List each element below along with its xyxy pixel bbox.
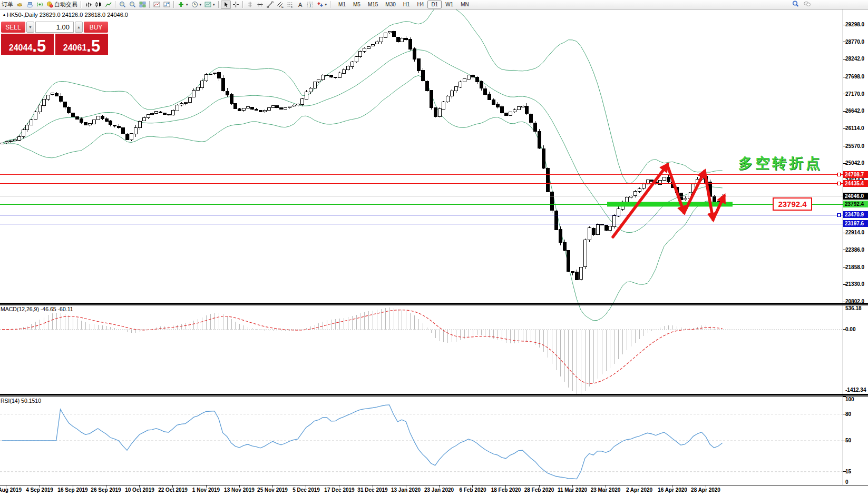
autotrading-button[interactable]: 自动交易 — [45, 1, 79, 9]
line-chart-button[interactable] — [103, 1, 113, 9]
price-badge: 23792.4 — [843, 201, 868, 207]
autotrading-button-label: 自动交易 — [54, 1, 77, 8]
price-tick-label: 22914.0 — [845, 230, 868, 235]
macd-tick-label: 536.18 — [845, 305, 868, 311]
period-icon — [191, 1, 198, 8]
date-tick-label: 28 Apr 2020 — [691, 487, 720, 493]
toolbar: 订单自动交易▾▾▾EFAT▾ M1M5M15M30H1H4D1W1MN — [0, 0, 868, 9]
turning-point-annotation[interactable]: 多空转折点 — [738, 154, 823, 173]
crosshair-button[interactable] — [231, 1, 241, 9]
indicators-list-button[interactable] — [152, 1, 162, 9]
tile-windows-icon — [139, 1, 146, 8]
zoom-in-icon — [119, 1, 126, 8]
date-tick-label: 23 Aug 2019 — [0, 487, 22, 493]
rsi-line — [2, 405, 723, 479]
date-tick-label: 1 Nov 2019 — [192, 487, 220, 493]
price-tick-label: 27698.0 — [845, 74, 868, 80]
chart-title-text: HK50-,Daily 23629.0 24126.0 23618.0 2404… — [7, 12, 128, 18]
date-tick-label: 22 Oct 2019 — [158, 487, 188, 493]
date-tick-label: 4 Sep 2019 — [26, 487, 53, 493]
date-tick-label: 17 Dec 2019 — [324, 487, 354, 493]
buy-price-frac: .5 — [86, 39, 100, 54]
timeframe-h4-button[interactable]: H4 — [414, 1, 428, 8]
date-tick-label: 10 Oct 2019 — [125, 487, 154, 493]
timeframe-m1-button[interactable]: M1 — [335, 1, 349, 8]
rsi-tick-label: 100 — [845, 396, 868, 402]
date-tick-label: 16 Sep 2019 — [57, 487, 87, 493]
channel-button[interactable]: E — [275, 1, 285, 9]
one-click-trade-panel: SELL ▼ 1.00 ▲ BUY 24044.5 24061.5 — [1, 22, 108, 55]
toolbar-separator — [173, 1, 174, 8]
timeframe-mn-button[interactable]: MN — [457, 1, 473, 8]
arrows-button[interactable]: ▾ — [315, 1, 329, 9]
zoom-out-button[interactable] — [128, 1, 138, 9]
timeframe-m30-button[interactable]: M30 — [382, 1, 399, 8]
trendline-button[interactable] — [265, 1, 275, 9]
objects-list-button[interactable] — [162, 1, 172, 9]
horizontal-line-button[interactable] — [255, 1, 265, 9]
template-button[interactable]: ▾ — [203, 1, 217, 9]
toolbar-separator — [149, 1, 150, 8]
price-badge: 24046.0 — [843, 193, 868, 200]
line-chart-icon — [105, 1, 112, 8]
chart-area[interactable] — [0, 0, 868, 496]
date-tick-label: 23 Mar 2020 — [591, 487, 621, 493]
date-tick-label: 16 Apr 2020 — [658, 487, 687, 493]
volume-up-button[interactable]: ▲ — [75, 22, 83, 33]
bar-chart-button[interactable] — [83, 1, 93, 9]
volume-down-button[interactable]: ▼ — [26, 22, 34, 33]
template-icon — [204, 1, 211, 8]
objects-list-icon — [163, 1, 170, 8]
rsi-tick-label: 0 — [845, 479, 868, 485]
toolbar-right-icons — [792, 1, 811, 8]
pane-frames — [0, 9, 868, 488]
tile-windows-button[interactable] — [138, 1, 148, 9]
price-tick-label: 28770.0 — [845, 39, 868, 45]
sell-price-display[interactable]: 24044.5 — [1, 34, 54, 55]
green-highlight-bar[interactable] — [607, 202, 733, 206]
period-button[interactable]: ▾ — [190, 1, 203, 9]
chevron-down-icon: ▾ — [200, 3, 202, 7]
new-order-button[interactable]: 订单 — [0, 1, 15, 9]
timeframe-d1-button[interactable]: D1 — [427, 1, 442, 8]
price-tick-label: 26114.0 — [845, 125, 868, 131]
cursor-button[interactable] — [221, 1, 231, 9]
timeframe-m15-button[interactable]: M15 — [364, 1, 382, 8]
market-watch-button[interactable] — [25, 1, 35, 9]
volume-input[interactable]: 1.00 — [35, 22, 74, 33]
autotrading-icon — [46, 1, 53, 8]
rsi-label: RSI(14) 50.1510 — [1, 398, 41, 404]
timeframe-h1-button[interactable]: H1 — [399, 1, 414, 8]
zoom-in-button[interactable] — [118, 1, 128, 9]
crosshair-icon — [232, 1, 239, 8]
history-book-icon — [16, 1, 23, 8]
buy-button[interactable]: BUY — [84, 22, 108, 33]
signals-button[interactable] — [35, 1, 45, 9]
time-axis[interactable]: 23 Aug 20194 Sep 201916 Sep 201926 Sep 2… — [0, 486, 868, 496]
chat-icon[interactable] — [804, 1, 811, 8]
fibonacci-button[interactable]: F — [285, 1, 295, 9]
timeframe-m5-button[interactable]: M5 — [349, 1, 364, 8]
sell-button[interactable]: SELL — [1, 22, 25, 33]
zoom-out-icon — [129, 1, 136, 8]
mt4-window: 订单自动交易▾▾▾EFAT▾ M1M5M15M30H1H4D1W1MN ▴HK5… — [0, 0, 868, 496]
history-book-button[interactable] — [15, 1, 25, 9]
toolbar-separator — [81, 1, 82, 8]
price-level-label[interactable]: 23792.4 — [773, 197, 812, 211]
add-indicator-icon — [178, 1, 184, 8]
text-button[interactable]: A — [295, 1, 305, 9]
vertical-line-button[interactable] — [245, 1, 255, 9]
text-label-button[interactable]: T — [305, 1, 315, 9]
horizontal-level-lines[interactable] — [0, 173, 843, 224]
add-indicator-button[interactable]: ▾ — [176, 1, 190, 9]
timeframe-w1-button[interactable]: W1 — [442, 1, 457, 8]
buy-price-display[interactable]: 24061.5 — [55, 34, 108, 55]
date-tick-label: 6 Feb 2020 — [459, 487, 486, 493]
candlestick-chart-button[interactable] — [93, 1, 103, 9]
cursor-icon — [222, 1, 229, 8]
arrows-icon — [317, 1, 324, 8]
price-badge: 23470.9 — [843, 211, 868, 218]
price-tick-label: 25042.0 — [845, 160, 868, 166]
price-badge: 24708.7 — [843, 171, 868, 178]
search-icon[interactable] — [792, 1, 799, 8]
